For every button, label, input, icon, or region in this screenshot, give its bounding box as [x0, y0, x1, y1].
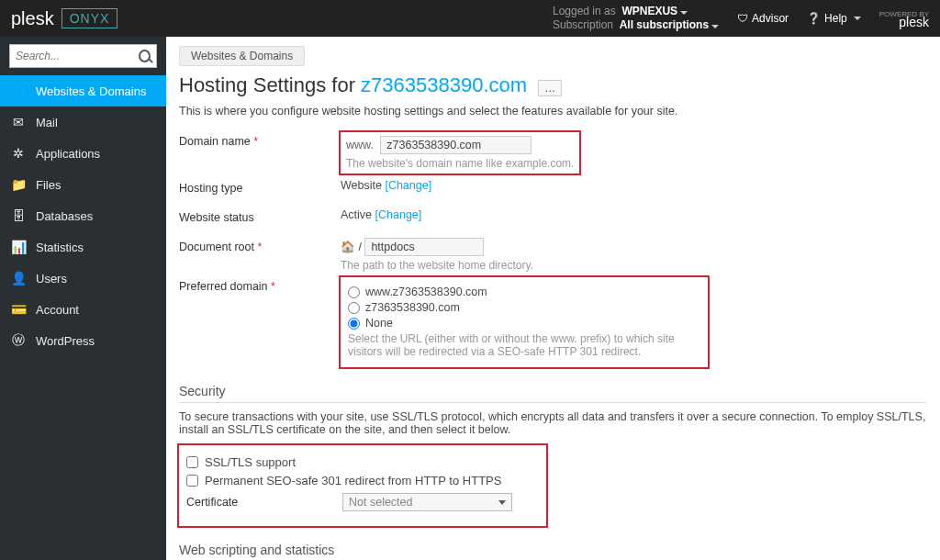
cert-select[interactable]: Not selected	[342, 493, 512, 511]
label-status: Website status	[179, 208, 341, 224]
page-description: This is where you configure website host…	[179, 105, 927, 118]
search-box[interactable]	[9, 44, 157, 68]
home-icon: 🏠	[341, 241, 355, 253]
sidebar-item-applications[interactable]: ✲Applications	[0, 138, 166, 169]
caret-icon	[498, 500, 506, 505]
folder-icon: 📁	[11, 177, 26, 192]
www-prefix: www.	[346, 139, 374, 151]
caret-icon	[711, 25, 719, 28]
domain-hint: The website's domain name like example.c…	[346, 157, 574, 170]
globe-icon: 🌐	[11, 84, 26, 98]
sidebar-item-statistics[interactable]: 📊Statistics	[0, 231, 166, 263]
sidebar-item-files[interactable]: 📁Files	[0, 169, 166, 200]
page-title: Hosting Settings for z7363538390.com …	[179, 73, 940, 97]
docroot-input[interactable]	[364, 238, 484, 256]
caret-icon	[854, 17, 861, 20]
db-icon: 🗄	[11, 208, 26, 223]
caret-icon	[680, 11, 688, 15]
wp-icon: ⓦ	[11, 333, 26, 348]
security-heading: Security	[179, 384, 927, 403]
label-domain: Domain name *	[179, 132, 341, 148]
security-desc: To secure transactions with your site, u…	[179, 410, 927, 436]
sidebar-item-databases[interactable]: 🗄Databases	[0, 200, 166, 231]
label-hosting-type: Hosting type	[179, 179, 341, 195]
mail-icon: ✉	[11, 115, 26, 129]
sidebar-item-account[interactable]: 💳Account	[0, 294, 166, 325]
sidebar-item-wordpress[interactable]: ⓦWordPress	[0, 325, 166, 356]
redirect-checkbox[interactable]: Permanent SEO-safe 301 redirect from HTT…	[186, 474, 539, 487]
stats-icon: 📊	[11, 240, 26, 254]
sidebar-item-users[interactable]: 👤Users	[0, 263, 166, 294]
logo: plesk ONYX	[11, 8, 118, 29]
search-icon[interactable]	[139, 50, 151, 62]
search-input[interactable]	[16, 50, 139, 62]
shield-icon: 🛡	[737, 12, 748, 25]
logo-onyx: ONYX	[62, 8, 118, 28]
cert-label: Certificate	[186, 493, 342, 509]
powered-by: POWERED BY plesk	[879, 10, 929, 27]
logo-plesk: plesk	[11, 8, 54, 29]
user-icon: 👤	[11, 271, 26, 286]
pref-radio-nowww[interactable]: z7363538390.com	[348, 301, 700, 314]
pref-hint: Select the URL (either with or without t…	[348, 332, 700, 358]
help-icon: ❔	[807, 12, 821, 25]
advisor-link[interactable]: 🛡Advisor	[737, 12, 789, 25]
more-actions-button[interactable]: …	[538, 80, 562, 96]
main-content: Websites & Domains Hosting Settings for …	[166, 37, 940, 560]
change-status-link[interactable]: [Change]	[375, 208, 422, 221]
label-preferred: Preferred domain *	[179, 277, 341, 293]
breadcrumb[interactable]: Websites & Domains	[179, 46, 305, 66]
sidebar-item-mail[interactable]: ✉Mail	[0, 106, 166, 138]
card-icon: 💳	[11, 302, 26, 317]
top-bar: plesk ONYX Logged in as WPNEXUS Subscrip…	[0, 0, 940, 37]
user-block[interactable]: Logged in as WPNEXUS Subscription All su…	[553, 5, 719, 32]
pref-radio-www[interactable]: www.z7363538390.com	[348, 286, 700, 298]
sidebar: 🌐Websites & Domains✉Mail✲Applications📁Fi…	[0, 37, 166, 560]
ssl-checkbox[interactable]: SSL/TLS support	[186, 455, 539, 469]
pref-radio-none[interactable]: None	[348, 317, 700, 330]
label-docroot: Document root *	[179, 238, 341, 253]
help-link[interactable]: ❔Help	[807, 12, 861, 25]
domain-input[interactable]	[380, 136, 532, 154]
scripting-heading: Web scripting and statistics	[179, 543, 927, 560]
sidebar-item-websites-domains[interactable]: 🌐Websites & Domains	[0, 75, 166, 106]
gear-icon: ✲	[11, 146, 26, 161]
docroot-hint: The path to the website home directory.	[341, 259, 927, 272]
change-hosting-link[interactable]: [Change]	[385, 179, 431, 192]
